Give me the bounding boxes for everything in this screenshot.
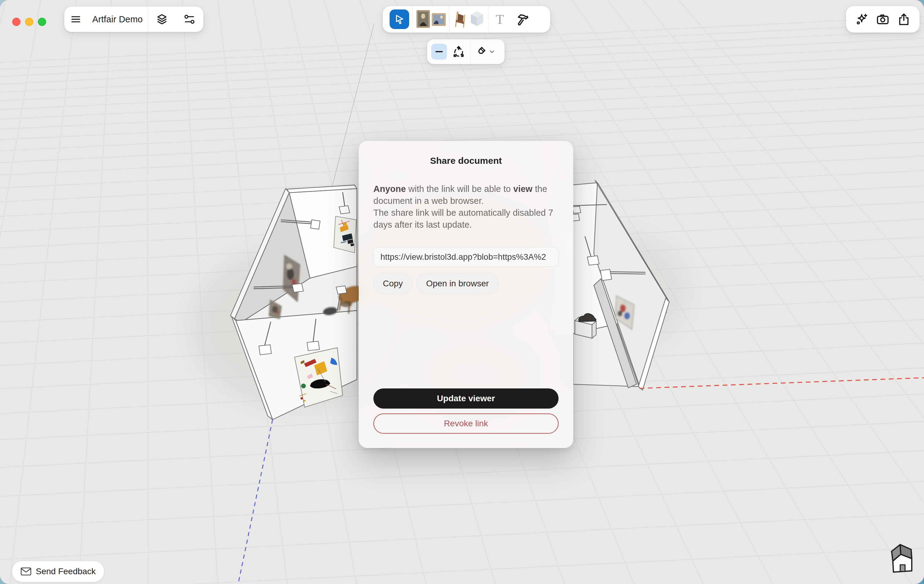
chevron-down-icon (489, 49, 495, 55)
close-button[interactable] (12, 18, 20, 26)
wall-segment-icon (436, 51, 443, 52)
description-bold-view: view (513, 184, 533, 194)
home-view-icon (886, 540, 917, 574)
select-cursor-icon (394, 13, 405, 25)
minimize-button[interactable] (25, 18, 33, 26)
main-menu-button[interactable] (64, 7, 87, 32)
link-actions: Copy Open in browser (373, 273, 559, 294)
hamburger-menu-icon (71, 15, 81, 23)
snap-options-button[interactable] (474, 45, 495, 58)
layers-icon (156, 13, 168, 25)
app-window: Artfair Demo (0, 0, 924, 584)
layers-button[interactable] (148, 7, 176, 32)
node-settings-icon (183, 13, 196, 25)
zoom-button[interactable] (38, 18, 46, 26)
home-view-button[interactable] (886, 540, 917, 574)
rotate-scale-icon (452, 45, 466, 59)
text-tool-glyph: T (496, 12, 504, 27)
capture-toolbar (846, 6, 920, 33)
text-tool-button[interactable]: T (489, 6, 511, 32)
painting-suprematist[interactable] (334, 216, 356, 253)
document-title: Artfair Demo (87, 14, 148, 25)
traffic-lights (12, 18, 46, 26)
camera-icon (876, 12, 890, 26)
open-in-browser-button[interactable]: Open in browser (416, 273, 498, 294)
scene-settings-button[interactable] (176, 7, 203, 32)
mail-envelope-icon (20, 567, 31, 576)
artworks-tool-button[interactable] (413, 6, 449, 32)
copy-link-button[interactable]: Copy (373, 273, 412, 294)
document-toolbar: Artfair Demo (64, 7, 203, 32)
description-bold-anyone: Anyone (373, 184, 406, 194)
furniture-tool-button[interactable] (449, 6, 488, 32)
artworks-icon (415, 10, 447, 29)
send-feedback-button[interactable]: Send Feedback (12, 561, 104, 582)
build-tool-button[interactable] (511, 6, 535, 32)
hammer-icon (516, 12, 530, 26)
select-tool-button[interactable] (389, 10, 409, 29)
share-dialog: Share document Anyone with the link will… (359, 141, 573, 448)
ai-enhance-button[interactable] (855, 12, 869, 26)
magnet-icon (474, 45, 487, 58)
ai-sparkles-icon (855, 12, 869, 26)
dialog-description: Anyone with the link will be able to vie… (373, 183, 559, 231)
revoke-link-button[interactable]: Revoke link (373, 414, 559, 434)
dialog-title: Share document (359, 155, 573, 166)
share-link-input[interactable] (373, 247, 559, 267)
screenshot-button[interactable] (876, 12, 890, 26)
draw-options-toolbar (427, 39, 505, 64)
furniture-icon (452, 10, 485, 28)
share-button[interactable] (897, 12, 911, 26)
share-export-icon (897, 12, 911, 26)
rotate-scale-button[interactable] (451, 44, 467, 59)
tools-toolbar: T (383, 6, 550, 33)
wall-tool-button[interactable] (431, 44, 447, 59)
update-viewer-button[interactable]: Update viewer (373, 388, 559, 409)
feedback-label: Send Feedback (36, 567, 96, 576)
